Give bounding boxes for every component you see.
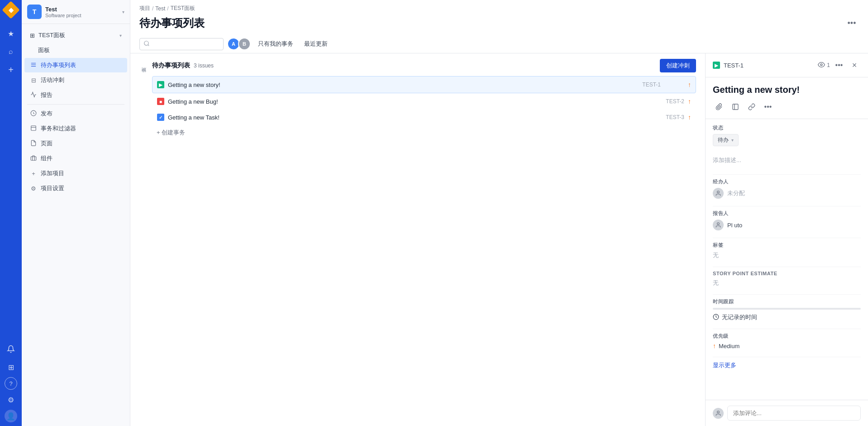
priority-row[interactable]: ↑ Medium — [713, 342, 861, 349]
sidebar-item-sprint[interactable]: ⊟ 活动冲刺 — [24, 73, 127, 87]
issue-more-btn-1[interactable]: − — [675, 80, 684, 89]
create-issue-label: + 创建事务 — [157, 129, 185, 137]
priority-icon-3: ↑ — [688, 114, 691, 121]
sidebar-item-board-sub[interactable]: 面板 — [33, 43, 127, 57]
assignee-section: 经办人 未分配 — [713, 178, 861, 199]
star-icon[interactable]: ★ — [3, 25, 19, 42]
issue-row[interactable]: ■ Getting a new Bug! TEST-2 ↑ — [152, 94, 696, 109]
add-icon: + — [30, 170, 37, 177]
time-value-row: 无记录的时间 — [713, 313, 861, 321]
backlog-area: 待冲刺 待办事项列表 3 issues 创建冲刺 ▶ Getting a new… — [130, 53, 705, 426]
sidebar-item-release[interactable]: 发布 — [24, 106, 127, 121]
time-bar — [713, 308, 861, 310]
story-points-value[interactable]: 无 — [713, 279, 861, 287]
page-header-actions: ••• — [844, 16, 859, 30]
panel-close-button[interactable]: × — [848, 59, 861, 72]
status-badge[interactable]: 待办 ▾ — [713, 134, 739, 146]
time-icon — [713, 314, 719, 321]
project-expand-icon: ▾ — [122, 10, 124, 14]
attachment-button[interactable] — [713, 101, 725, 113]
labels-value[interactable]: 无 — [713, 251, 861, 259]
panel-more-actions-button[interactable]: ••• — [762, 101, 774, 113]
sidebar-item-backlog[interactable]: 待办事项列表 — [24, 58, 127, 72]
project-type: Software project — [45, 13, 119, 18]
create-sprint-button[interactable]: 创建冲刺 — [660, 59, 696, 72]
avatar-2[interactable]: B — [238, 38, 251, 50]
issue-priority-btn-1[interactable]: ↑ — [664, 80, 673, 89]
app-logo[interactable]: ◆ — [2, 1, 20, 19]
svg-line-8 — [148, 44, 149, 46]
search-icon — [143, 40, 150, 48]
sidebar-item-reports[interactable]: 报告 — [24, 88, 127, 102]
sidebar-item-issues[interactable]: 事务和过滤器 — [24, 121, 127, 136]
svg-rect-0 — [31, 62, 36, 63]
breadcrumb-projects[interactable]: 项目 — [139, 5, 150, 12]
sidebar-item-components[interactable]: 组件 — [24, 151, 127, 166]
issue-title-1: Getting a new story! — [168, 81, 639, 88]
panel-more-button[interactable]: ••• — [833, 59, 845, 72]
svg-point-13 — [717, 223, 720, 225]
issue-row[interactable]: ▶ Getting a new story! TEST-1 ↑ − ↑ — [152, 76, 696, 93]
priority-icon-1: ↑ — [688, 81, 691, 88]
issue-type-story: ▶ — [157, 81, 164, 88]
field-divider-4 — [713, 267, 861, 267]
sprint-label: 活动冲刺 — [41, 76, 64, 84]
breadcrumb-test[interactable]: Test — [155, 5, 165, 12]
priority-section: 优先级 ↑ Medium — [713, 333, 861, 349]
settings-icon[interactable]: ⚙ — [3, 392, 19, 408]
status-chevron: ▾ — [731, 138, 734, 143]
page-header: 待办事项列表 ••• — [130, 14, 868, 35]
board-sub-label: 面板 — [38, 46, 50, 54]
time-value: 无记录的时间 — [722, 313, 757, 321]
user-avatar-icon[interactable]: 👤 — [5, 410, 17, 422]
issue-title-2: Getting a new Bug! — [168, 98, 662, 105]
search-icon[interactable]: ⌕ — [3, 43, 19, 60]
svg-rect-4 — [31, 125, 36, 130]
assignee-row[interactable]: 未分配 — [713, 188, 861, 199]
project-header[interactable]: T Test Software project ▾ — [22, 0, 130, 24]
backlog-header: 待办事项列表 3 issues 创建冲刺 — [152, 59, 696, 72]
page-more-button[interactable]: ••• — [844, 16, 859, 30]
board-chevron: ▾ — [119, 33, 122, 38]
reports-icon — [30, 91, 37, 99]
search-box[interactable] — [139, 38, 224, 50]
issue-id-1: TEST-1 — [642, 81, 661, 88]
priority-label: 优先级 — [713, 333, 861, 340]
watch-count: 1 — [827, 62, 830, 68]
settings-label: 项目设置 — [41, 184, 64, 192]
issue-id-2: TEST-2 — [666, 98, 684, 105]
filter-mine-button[interactable]: 只有我的事务 — [254, 38, 297, 50]
plus-icon[interactable]: + — [3, 62, 19, 78]
child-issue-button[interactable] — [729, 101, 742, 113]
comment-input[interactable] — [727, 406, 861, 421]
link-button[interactable] — [745, 101, 758, 113]
story-points-section: STORY POINT ESTIMATE 无 — [713, 271, 861, 287]
field-divider-6 — [713, 329, 861, 329]
panel-header-actions: 1 ••• × — [818, 59, 861, 72]
filter-recent-button[interactable]: 最近更新 — [300, 38, 331, 50]
watch-icon — [818, 61, 825, 70]
notification-icon[interactable] — [3, 341, 19, 357]
show-more-link[interactable]: 显示更多 — [713, 362, 736, 369]
sidebar-item-pages[interactable]: 页面 — [24, 136, 127, 151]
reporter-row[interactable]: Pl uto — [713, 220, 861, 230]
priority-value: Medium — [719, 343, 739, 349]
description-placeholder[interactable]: 添加描述... — [713, 153, 861, 167]
reporter-section: 报告人 Pl uto — [713, 210, 861, 230]
logo-symbol: ◆ — [9, 6, 14, 14]
sidebar-item-board[interactable]: ⊞ TEST面板 ▾ — [24, 28, 127, 43]
sidebar-item-add[interactable]: + 添加项目 — [24, 166, 127, 181]
field-divider-7 — [713, 357, 861, 357]
search-input[interactable] — [152, 41, 219, 48]
create-issue-link[interactable]: + 创建事务 — [152, 125, 696, 140]
issue-row[interactable]: ✓ Getting a new Task! TEST-3 ↑ — [152, 110, 696, 125]
story-points-label: STORY POINT ESTIMATE — [713, 271, 861, 276]
panel-title: Getting a new story! — [706, 77, 868, 99]
project-name: Test — [45, 6, 119, 13]
sidebar-item-settings[interactable]: ⚙ 项目设置 — [24, 181, 127, 196]
help-icon[interactable]: ? — [5, 377, 17, 390]
grid-icon[interactable]: ⊞ — [3, 359, 19, 375]
project-info: Test Software project — [45, 6, 119, 18]
labels-section: 标签 无 — [713, 242, 861, 259]
time-section: 时间跟踪 无记录的时间 — [713, 298, 861, 321]
